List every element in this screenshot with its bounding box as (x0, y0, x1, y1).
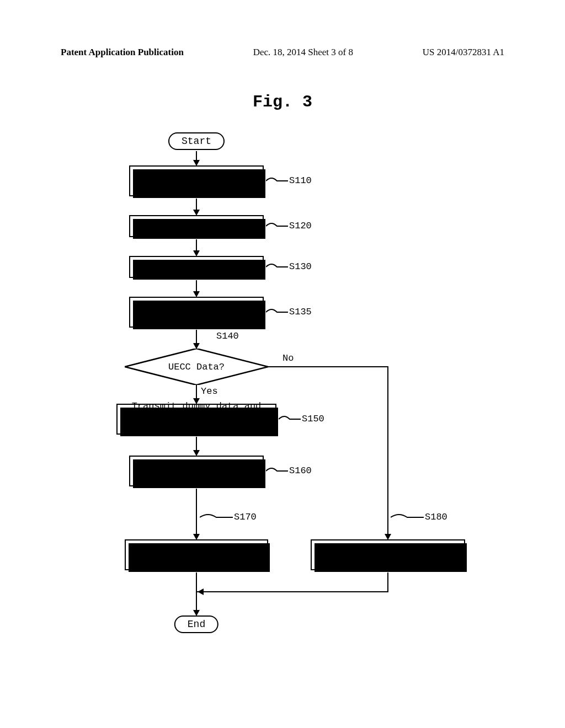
arrow-line (196, 280, 197, 292)
process-s160-label: Perform enhanced error correction operat… (135, 458, 258, 484)
arrow-line (196, 330, 197, 344)
arrow-line (196, 489, 197, 535)
process-s170-label: Transmit corrected UECC data to host (146, 542, 247, 568)
process-s135: Perform normal error correction operatio… (129, 297, 264, 328)
process-s170: Transmit corrected UECC data to host (125, 539, 268, 570)
leader-icon (266, 175, 288, 186)
step-label-s160: S160 (289, 465, 312, 476)
step-label-s135: S135 (289, 307, 312, 317)
arrow-line (196, 199, 197, 211)
process-s110-label: Receive read command from a host (140, 168, 253, 194)
process-s110: Receive read command from a host (129, 165, 264, 196)
step-label-s120: S120 (289, 221, 312, 231)
figure-title: Fig. 3 (253, 93, 312, 111)
process-s120-label: Allocate buffer units (137, 220, 255, 233)
arrow-line (196, 239, 197, 251)
flowchart: Start Receive read command from a host S… (73, 132, 492, 673)
decision-s140: UECC Data? (125, 349, 268, 385)
process-s150: Transmit dummy data and partial read dat… (116, 404, 276, 435)
arrow-line (196, 385, 197, 399)
arrow-line (196, 437, 197, 451)
process-s120: Allocate buffer units (129, 215, 264, 237)
leader-icon (266, 221, 288, 232)
leader-icon (266, 261, 288, 272)
branch-line-no (268, 366, 388, 367)
leader-icon (266, 465, 288, 477)
merge-line-v (387, 572, 388, 592)
step-label-s150: S150 (302, 414, 324, 424)
process-s130: Read data store in NVM (129, 256, 264, 278)
branch-line-no-v (387, 366, 388, 535)
page-header: Patent Application Publication Dec. 18, … (0, 47, 565, 58)
header-center: Dec. 18, 2014 Sheet 3 of 8 (253, 47, 353, 58)
step-label-s180: S180 (425, 512, 447, 522)
terminal-start-label: Start (182, 136, 211, 147)
process-s180: Transmit read data to host (311, 539, 465, 570)
arrowhead-left-icon (198, 588, 204, 595)
process-s135-label: Perform normal error correction operatio… (140, 299, 253, 325)
terminal-end-label: End (188, 619, 205, 630)
process-s130-label: Read data store in NVM (135, 261, 258, 274)
step-label-s170: S170 (234, 512, 257, 522)
process-s150-label: Transmit dummy data and partial read dat… (118, 400, 275, 438)
terminal-start: Start (168, 132, 225, 150)
step-label-s130: S130 (289, 261, 312, 272)
decision-s140-label: UECC Data? (168, 362, 225, 372)
leader-icon (266, 307, 288, 318)
leader-icon (391, 512, 424, 523)
step-label-s140: S140 (216, 331, 239, 341)
header-right: US 2014/0372831 A1 (423, 47, 504, 58)
process-s180-label: Transmit read data to host (315, 549, 461, 561)
leader-icon (200, 512, 233, 523)
branch-label-yes: Yes (201, 386, 218, 397)
terminal-end: End (174, 615, 218, 633)
leader-icon (279, 414, 301, 425)
process-s160: Perform enhanced error correction operat… (129, 456, 264, 486)
merge-line-h (196, 591, 388, 592)
step-label-s110: S110 (289, 175, 312, 186)
header-left: Patent Application Publication (61, 47, 184, 58)
branch-label-no: No (282, 353, 294, 363)
